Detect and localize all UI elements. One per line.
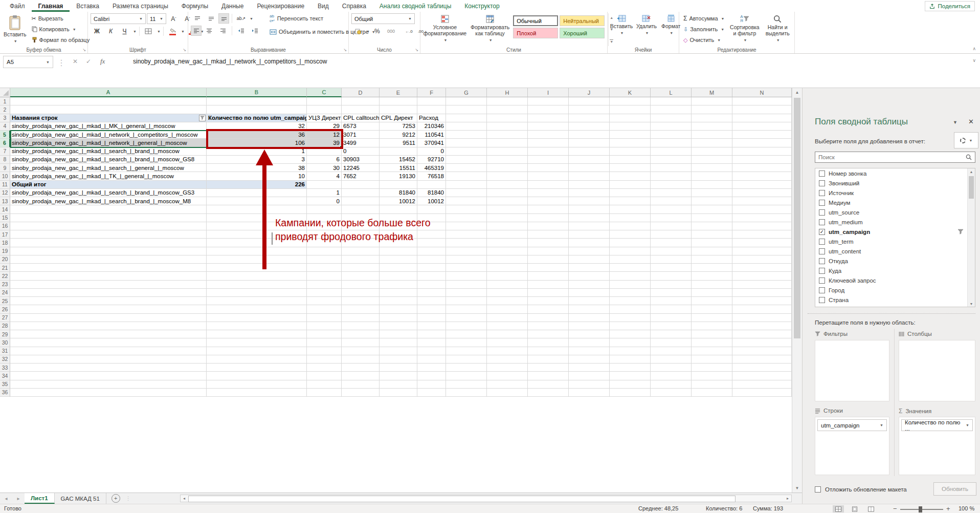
cell-G28[interactable] xyxy=(446,322,487,330)
cell-K16[interactable] xyxy=(610,222,651,230)
cell-M36[interactable] xyxy=(692,389,732,397)
row-header-31[interactable]: 31 xyxy=(0,347,10,355)
pivot-field-Медиум[interactable]: Медиум xyxy=(815,198,975,207)
borders-button[interactable] xyxy=(142,26,155,36)
row-header-27[interactable]: 27 xyxy=(0,314,10,322)
cell-K26[interactable] xyxy=(610,305,651,313)
cell-E7[interactable] xyxy=(380,147,417,156)
cell-K4[interactable] xyxy=(610,122,651,131)
cell-H31[interactable] xyxy=(487,347,528,355)
cell-G17[interactable] xyxy=(446,230,487,239)
cell-H13[interactable] xyxy=(487,197,528,205)
cell-K6[interactable] xyxy=(610,139,651,147)
cell-D22[interactable] xyxy=(342,272,380,280)
formula-content[interactable]: sinoby_prodaja_new_gac_|_mkad_|_network_… xyxy=(133,58,327,65)
cell-E32[interactable] xyxy=(380,355,417,364)
cell-J1[interactable] xyxy=(569,97,610,105)
cell-J27[interactable] xyxy=(569,314,610,322)
cell-J14[interactable] xyxy=(569,205,610,213)
field-checkbox[interactable] xyxy=(819,297,825,303)
cell-J23[interactable] xyxy=(569,281,610,289)
cell-I25[interactable] xyxy=(528,297,569,305)
cell-G8[interactable] xyxy=(446,156,487,164)
cell-K33[interactable] xyxy=(610,364,651,372)
cell-J7[interactable] xyxy=(569,147,610,156)
cell-M10[interactable] xyxy=(692,172,732,180)
cell-C35[interactable] xyxy=(307,380,342,389)
cell-A9[interactable]: sinoby_prodaja_new_gac_|_mkad_|_search_|… xyxy=(10,164,207,172)
tab-scroll-right-icon[interactable]: ▸ xyxy=(12,493,25,504)
cell-B27[interactable] xyxy=(207,314,307,322)
column-header-F[interactable]: F xyxy=(417,88,446,97)
page-break-view-button[interactable] xyxy=(865,505,877,512)
cell-J24[interactable] xyxy=(569,289,610,297)
cell-J34[interactable] xyxy=(569,372,610,380)
fx-icon[interactable]: fx xyxy=(100,57,105,66)
cell-A5[interactable]: sinoby_prodaja_new_gac_|_mkad_|_network_… xyxy=(10,131,207,139)
cell-C26[interactable] xyxy=(307,305,342,313)
column-header-D[interactable]: D xyxy=(342,88,380,97)
row-header-20[interactable]: 20 xyxy=(0,255,10,264)
cell-E31[interactable] xyxy=(380,347,417,355)
cell-H30[interactable] xyxy=(487,338,528,347)
cell-C12[interactable]: 1 xyxy=(307,189,342,197)
column-header-B[interactable]: B xyxy=(207,88,307,97)
cell-A20[interactable] xyxy=(10,255,207,264)
cell-D28[interactable] xyxy=(342,322,380,330)
cell-I13[interactable] xyxy=(528,197,569,205)
ribbon-tab[interactable]: Главная xyxy=(32,0,70,12)
row-header-23[interactable]: 23 xyxy=(0,281,10,289)
cell-J22[interactable] xyxy=(569,272,610,280)
cell-B35[interactable] xyxy=(207,380,307,389)
cell-E5[interactable]: 9212 xyxy=(380,131,417,139)
cell-N31[interactable] xyxy=(732,347,792,355)
row-header-19[interactable]: 19 xyxy=(0,247,10,255)
cell-G24[interactable] xyxy=(446,289,487,297)
cell-I2[interactable] xyxy=(528,105,569,114)
cell-I31[interactable] xyxy=(528,347,569,355)
cell-H16[interactable] xyxy=(487,222,528,230)
cell-M24[interactable] xyxy=(692,289,732,297)
cell-F2[interactable] xyxy=(417,105,446,114)
row-header-16[interactable]: 16 xyxy=(0,222,10,230)
cell-C8[interactable]: 6 xyxy=(307,156,342,164)
cell-K9[interactable] xyxy=(610,164,651,172)
cell-M29[interactable] xyxy=(692,330,732,338)
cell-I21[interactable] xyxy=(528,264,569,272)
cell-N27[interactable] xyxy=(732,314,792,322)
cell-J19[interactable] xyxy=(569,247,610,255)
cell-M26[interactable] xyxy=(692,305,732,313)
row-header-10[interactable]: 10 xyxy=(0,172,10,180)
row-header-35[interactable]: 35 xyxy=(0,380,10,389)
column-header-I[interactable]: I xyxy=(528,88,569,97)
column-header-J[interactable]: J xyxy=(569,88,610,97)
cell-J5[interactable] xyxy=(569,131,610,139)
cell-G5[interactable] xyxy=(446,131,487,139)
cell-M14[interactable] xyxy=(692,205,732,213)
cell-J18[interactable] xyxy=(569,239,610,247)
field-checkbox[interactable] xyxy=(819,180,825,186)
cell-C14[interactable] xyxy=(307,205,342,213)
cell-N22[interactable] xyxy=(732,272,792,280)
cell-K32[interactable] xyxy=(610,355,651,364)
cell-F22[interactable] xyxy=(417,272,446,280)
cell-A4[interactable]: sinoby_prodaja_new_gac_|_mkad_|_MK_|_gen… xyxy=(10,122,207,131)
grow-font-button[interactable]: Аˆ xyxy=(167,14,180,24)
field-checkbox[interactable] xyxy=(819,200,825,206)
row-header-11[interactable]: 11 xyxy=(0,181,10,189)
cell-K15[interactable] xyxy=(610,214,651,222)
cell-I30[interactable] xyxy=(528,338,569,347)
cell-G33[interactable] xyxy=(446,364,487,372)
dialog-launcher[interactable]: ↘ xyxy=(415,48,418,52)
cell-E8[interactable]: 15452 xyxy=(380,156,417,164)
cell-A16[interactable] xyxy=(10,222,207,230)
cell-F7[interactable]: 0 xyxy=(417,147,446,156)
cell-D24[interactable] xyxy=(342,289,380,297)
annotation-arrow-shaft[interactable] xyxy=(262,164,266,269)
expand-formula-bar-icon[interactable]: ∨ xyxy=(972,58,976,63)
cell-I3[interactable] xyxy=(528,114,569,122)
cell-N13[interactable] xyxy=(732,197,792,205)
cell-B34[interactable] xyxy=(207,372,307,380)
cell-N21[interactable] xyxy=(732,264,792,272)
cell-B11[interactable]: 226 xyxy=(207,181,307,189)
